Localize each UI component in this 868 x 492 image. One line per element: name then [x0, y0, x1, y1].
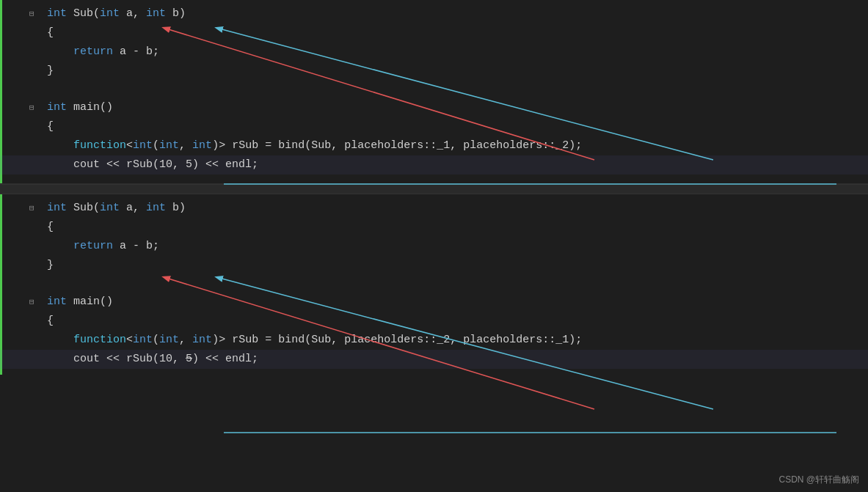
line-b8: function<int(int, int)> rSub = bind(Sub,…: [0, 331, 868, 350]
line-5: [0, 81, 868, 98]
line-b4: }: [0, 256, 868, 275]
line-b2: {: [0, 218, 868, 237]
line-b5: [0, 275, 868, 293]
line-b1: ⊟ int Sub(int a, int b): [0, 199, 868, 218]
line-b9: cout << rSub(10, 5) << endl;: [0, 350, 868, 369]
line-b7: {: [0, 312, 868, 331]
editor-container: ⊟ int Sub(int a, int b) { return a - b; …: [0, 0, 868, 492]
line-9: cout << rSub(10, 5) << endl;: [0, 155, 868, 175]
line-2: {: [0, 23, 868, 43]
line-3: return a - b;: [0, 43, 868, 62]
code-section-top: ⊟ int Sub(int a, int b) { return a - b; …: [0, 0, 868, 184]
section-divider: [0, 184, 868, 194]
line-b3: return a - b;: [0, 237, 868, 256]
line-1: ⊟ int Sub(int a, int b): [0, 4, 868, 23]
line-4: }: [0, 62, 868, 81]
line-b6: ⊟ int main(): [0, 293, 868, 312]
code-section-bottom: ⊟ int Sub(int a, int b) { return a - b; …: [0, 194, 868, 375]
line-8: function<int(int, int)> rSub = bind(Sub,…: [0, 136, 868, 155]
line-7: {: [0, 117, 868, 136]
line-6: ⊟ int main(): [0, 98, 868, 117]
watermark: CSDN @轩轩曲觞阁: [778, 474, 859, 486]
